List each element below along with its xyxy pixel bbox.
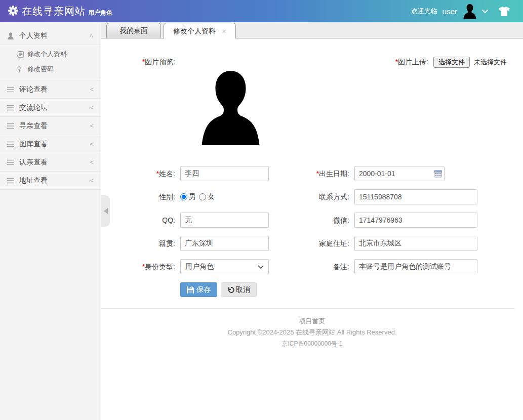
person-icon xyxy=(7,32,15,39)
menu-lines-icon xyxy=(7,140,15,148)
sidebar-submenu-profile: 修改个人资料 修改密码 xyxy=(0,45,101,80)
sidebar-item-profile[interactable]: 个人资料 < xyxy=(0,27,101,45)
chevron-left-icon: < xyxy=(90,122,94,130)
gender-label: 性别: xyxy=(101,192,175,202)
undo-icon xyxy=(227,286,234,293)
app-header: 在线寻亲网站 用户角色 欢迎光临 user xyxy=(0,0,523,22)
app-title: 在线寻亲网站 xyxy=(22,5,86,17)
sidebar-item-label: 评论查看 xyxy=(19,85,48,94)
sidebar-item-address[interactable]: 地址查看 < xyxy=(0,172,101,190)
profile-image-preview xyxy=(192,69,269,145)
chevron-down-icon[interactable] xyxy=(481,9,489,14)
sidebar-item-label: 认亲查看 xyxy=(19,158,48,167)
sidebar-item-gallery[interactable]: 图库查看 < xyxy=(0,135,101,153)
copyright-text: Copyright ©2024-2025 在线寻亲网站 All Rights R… xyxy=(101,327,523,338)
save-label: 保存 xyxy=(196,285,211,295)
menu-lines-icon xyxy=(7,104,15,111)
sidebar: 个人资料 < 修改个人资料 修改密码 评论查看 < 交流论坛 < 寻亲查看 < xyxy=(0,22,101,420)
menu-lines-icon xyxy=(7,86,15,93)
close-icon[interactable]: × xyxy=(222,27,226,35)
menu-lines-icon xyxy=(7,177,15,184)
sidebar-item-label: 交流论坛 xyxy=(19,103,48,112)
project-home-link[interactable]: 项目首页 xyxy=(299,316,326,327)
sidebar-collapse-handle[interactable] xyxy=(101,195,110,227)
calendar-icon[interactable] xyxy=(434,170,442,178)
sidebar-item-recognize[interactable]: 认亲查看 < xyxy=(0,153,101,172)
menu-lines-icon xyxy=(7,158,15,166)
role-badge: 用户角色 xyxy=(88,9,112,17)
qq-input[interactable] xyxy=(180,213,269,228)
tab-my-desktop[interactable]: 我的桌面 xyxy=(106,23,161,38)
choose-file-button[interactable]: 选择文件 xyxy=(433,57,470,68)
chevron-left-icon: < xyxy=(90,140,94,148)
identity-label: *身份类型: xyxy=(101,262,175,272)
chevron-up-icon: < xyxy=(88,34,96,38)
save-icon xyxy=(187,286,194,293)
cancel-label: 取消 xyxy=(236,285,250,295)
name-input[interactable] xyxy=(180,166,269,181)
home-address-input[interactable] xyxy=(354,236,477,251)
chevron-left-icon: < xyxy=(90,86,94,93)
sidebar-item-edit-profile[interactable]: 修改个人资料 xyxy=(0,47,101,62)
identity-type-select[interactable]: 用户角色 xyxy=(180,259,269,274)
chevron-left-icon: < xyxy=(90,104,94,111)
sidebar-item-label: 寻亲查看 xyxy=(19,121,48,131)
cancel-button[interactable]: 取消 xyxy=(221,282,257,297)
qq-label: QQ: xyxy=(101,215,175,225)
save-button[interactable]: 保存 xyxy=(180,282,217,297)
chevron-left-icon: < xyxy=(90,158,94,166)
menu-lines-icon xyxy=(7,122,15,130)
gender-radio-female[interactable] xyxy=(199,193,206,200)
welcome-text: 欢迎光临 xyxy=(411,7,437,16)
sidebar-item-forum[interactable]: 交流论坛 < xyxy=(0,99,101,117)
chevron-down-icon xyxy=(258,265,264,269)
selected-option: 用户角色 xyxy=(185,262,214,271)
tab-label: 修改个人资料 xyxy=(173,24,216,38)
triangle-left-icon xyxy=(104,208,108,214)
edit-profile-form: *图片预览: *图片上传: 选择文件 未选择文件 *姓名: *出生日期: xyxy=(101,38,523,349)
wechat-input[interactable] xyxy=(354,213,477,228)
remark-input[interactable] xyxy=(354,259,477,274)
birth-date-input[interactable] xyxy=(354,166,445,181)
hometown-input[interactable] xyxy=(180,236,269,251)
tab-bar: 我的桌面 修改个人资料 × xyxy=(101,22,523,38)
gender-radio-male[interactable] xyxy=(180,193,187,200)
image-upload-label: *图片上传: xyxy=(348,57,428,67)
sidebar-item-label: 修改个人资料 xyxy=(27,50,67,59)
gender-option-female: 女 xyxy=(208,192,215,201)
home-address-label: 家庭住址: xyxy=(269,238,349,248)
contact-input[interactable] xyxy=(354,189,477,204)
birth-label: *出生日期: xyxy=(269,169,349,179)
sidebar-item-change-password[interactable]: 修改密码 xyxy=(0,62,101,77)
file-status-text: 未选择文件 xyxy=(474,57,507,68)
tab-label: 我的桌面 xyxy=(119,23,148,38)
tab-edit-profile[interactable]: 修改个人资料 × xyxy=(164,23,236,38)
gender-radio-group: 男 女 xyxy=(180,189,269,204)
image-preview-label: *图片预览: xyxy=(101,57,175,67)
username[interactable]: user xyxy=(442,7,457,16)
form-edit-icon xyxy=(17,51,24,58)
gear-icon xyxy=(8,6,18,16)
name-label: *姓名: xyxy=(101,169,175,179)
icp-text: 京ICP备00000000号-1 xyxy=(101,338,523,349)
sidebar-item-comments[interactable]: 评论查看 < xyxy=(0,80,101,99)
user-avatar-icon[interactable] xyxy=(462,4,477,19)
main-panel: 我的桌面 修改个人资料 × *图片预览: *图片上传: 选择文件 未选择文件 xyxy=(101,22,523,420)
sidebar-item-label: 个人资料 xyxy=(19,31,48,40)
wechat-label: 微信: xyxy=(269,215,349,225)
theme-shirt-icon[interactable] xyxy=(499,7,510,16)
sidebar-item-seek[interactable]: 寻亲查看 < xyxy=(0,117,101,135)
sidebar-item-label: 地址查看 xyxy=(19,176,48,185)
sidebar-item-label: 图库查看 xyxy=(19,140,48,149)
remark-label: 备注: xyxy=(269,262,349,272)
sidebar-item-label: 修改密码 xyxy=(27,65,54,74)
contact-label: 联系方式: xyxy=(269,192,349,202)
chevron-left-icon: < xyxy=(90,177,94,184)
page-footer: 项目首页 Copyright ©2024-2025 在线寻亲网站 All Rig… xyxy=(101,309,523,349)
gender-option-male: 男 xyxy=(189,192,196,201)
hometown-label: 籍贯: xyxy=(101,238,175,248)
key-icon xyxy=(17,66,24,73)
